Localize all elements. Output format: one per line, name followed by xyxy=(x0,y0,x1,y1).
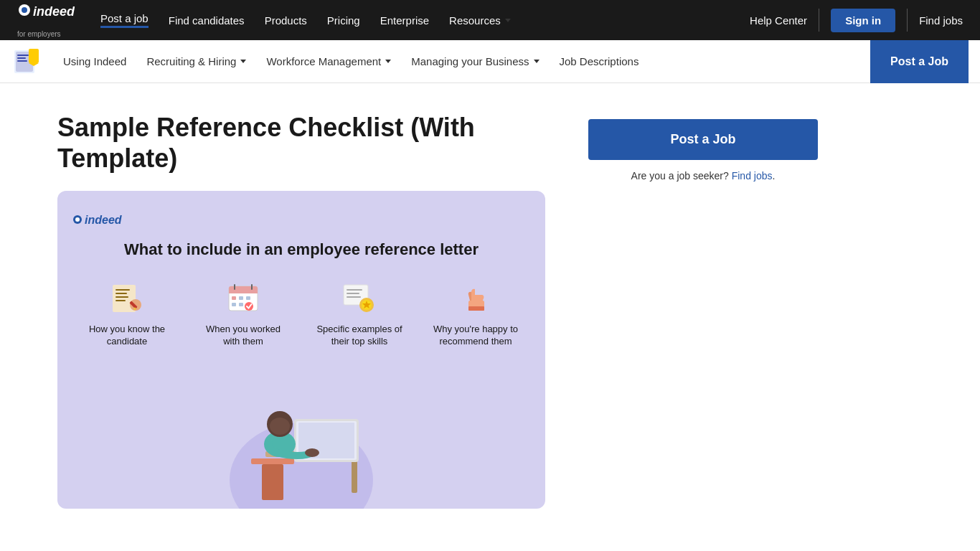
svg-text:indeed: indeed xyxy=(85,214,123,226)
svg-point-52 xyxy=(270,418,290,435)
post-job-nav-button[interactable]: Post a Job xyxy=(870,40,969,83)
svg-point-11 xyxy=(75,217,80,222)
second-navigation: Using Indeed Recruiting & Hiring Workfor… xyxy=(0,40,980,83)
svg-rect-30 xyxy=(239,303,243,306)
nav-enterprise[interactable]: Enterprise xyxy=(380,14,429,27)
svg-text:indeed: indeed xyxy=(33,4,75,19)
find-jobs-link[interactable]: Find jobs xyxy=(919,14,963,27)
person-svg xyxy=(187,365,416,509)
hero-items: How you know the candidate xyxy=(72,278,531,348)
certificate-icon xyxy=(339,278,380,318)
logo-subtitle: for employers xyxy=(17,30,75,38)
second-nav-logo xyxy=(11,46,43,77)
post-job-sidebar-button[interactable]: Post a Job xyxy=(588,119,818,160)
svg-rect-23 xyxy=(229,291,258,293)
top-nav-right: Help Center Sign in Find jobs xyxy=(750,9,963,32)
nav-products[interactable]: Products xyxy=(265,14,307,27)
second-nav-using-indeed[interactable]: Using Indeed xyxy=(55,55,135,67)
hero-indeed-logo: indeed xyxy=(72,211,531,231)
svg-point-31 xyxy=(245,302,253,311)
svg-rect-41 xyxy=(251,458,294,464)
nav-pricing[interactable]: Pricing xyxy=(327,14,360,27)
hero-item-3: Specific examples of their top skills xyxy=(313,278,406,348)
second-nav-managing[interactable]: Managing your Business xyxy=(402,55,547,67)
resources-chevron-icon xyxy=(505,19,511,22)
svg-rect-8 xyxy=(29,49,39,63)
sidebar: Post a Job Are you a job seeker? Find jo… xyxy=(588,112,818,509)
svg-rect-33 xyxy=(347,289,362,291)
writing-icon xyxy=(107,278,147,318)
hero-item-label-3: Specific examples of their top skills xyxy=(313,324,406,348)
svg-point-53 xyxy=(305,448,319,457)
svg-rect-42 xyxy=(262,464,283,500)
svg-rect-27 xyxy=(239,296,243,300)
sign-in-button[interactable]: Sign in xyxy=(831,9,895,32)
hero-item-1: How you know the candidate xyxy=(80,278,174,348)
svg-rect-34 xyxy=(347,293,359,294)
svg-rect-44 xyxy=(352,457,357,493)
hero-image: indeed What to include in an employee re… xyxy=(57,191,545,508)
second-nav-recruiting[interactable]: Recruiting & Hiring xyxy=(138,55,255,67)
recruiting-chevron-icon xyxy=(240,60,246,63)
page-title: Sample Reference Checklist (With Templat… xyxy=(57,112,545,174)
workforce-chevron-icon xyxy=(385,60,391,63)
second-nav-workforce[interactable]: Workforce Management xyxy=(258,55,400,67)
job-seeker-text: Are you a job seeker? Find jobs. xyxy=(588,170,818,182)
find-jobs-sidebar-link[interactable]: Find jobs xyxy=(732,170,773,182)
hero-item-label-4: Why you're happy to recommend them xyxy=(429,324,522,348)
help-center-link[interactable]: Help Center xyxy=(750,14,807,27)
logo-text: indeed xyxy=(17,3,75,29)
svg-rect-26 xyxy=(232,296,236,300)
main-content: Sample Reference Checklist (With Templat… xyxy=(0,83,980,537)
hero-person-illustration xyxy=(72,365,531,509)
svg-rect-6 xyxy=(17,57,26,59)
top-nav-links: Post a job Find candidates Products Pric… xyxy=(100,12,730,28)
svg-point-1 xyxy=(22,7,27,13)
nav-find-candidates[interactable]: Find candidates xyxy=(169,14,245,27)
article-content: Sample Reference Checklist (With Templat… xyxy=(57,112,545,509)
svg-rect-7 xyxy=(17,60,27,62)
thumbsup-icon xyxy=(456,278,496,318)
svg-rect-29 xyxy=(232,303,236,306)
indeed-logo[interactable]: indeed for employers xyxy=(17,3,75,38)
svg-rect-35 xyxy=(347,296,361,298)
top-navigation: indeed for employers Post a job Find can… xyxy=(0,0,980,40)
svg-rect-17 xyxy=(116,300,126,301)
hero-title: What to include in an employee reference… xyxy=(72,240,531,260)
calendar-icon xyxy=(223,278,263,318)
employer-resources-icon xyxy=(11,46,43,77)
managing-chevron-icon xyxy=(534,60,540,63)
hero-item-2: When you worked with them xyxy=(197,278,290,348)
second-nav-links: Using Indeed Recruiting & Hiring Workfor… xyxy=(55,55,870,67)
nav-divider-2 xyxy=(907,9,908,32)
second-nav-job-descriptions[interactable]: Job Descriptions xyxy=(551,55,648,67)
svg-rect-28 xyxy=(246,296,250,300)
hero-item-label-2: When you worked with them xyxy=(197,324,290,348)
hero-item-label-1: How you know the candidate xyxy=(80,324,174,348)
svg-rect-5 xyxy=(17,55,29,56)
svg-rect-39 xyxy=(468,306,484,311)
nav-resources[interactable]: Resources xyxy=(449,14,511,27)
svg-rect-14 xyxy=(116,289,130,291)
hero-item-4: Why you're happy to recommend them xyxy=(429,278,522,348)
svg-rect-15 xyxy=(116,293,127,294)
nav-divider xyxy=(819,9,819,32)
svg-rect-16 xyxy=(116,296,128,298)
nav-post-job[interactable]: Post a job xyxy=(100,12,149,28)
